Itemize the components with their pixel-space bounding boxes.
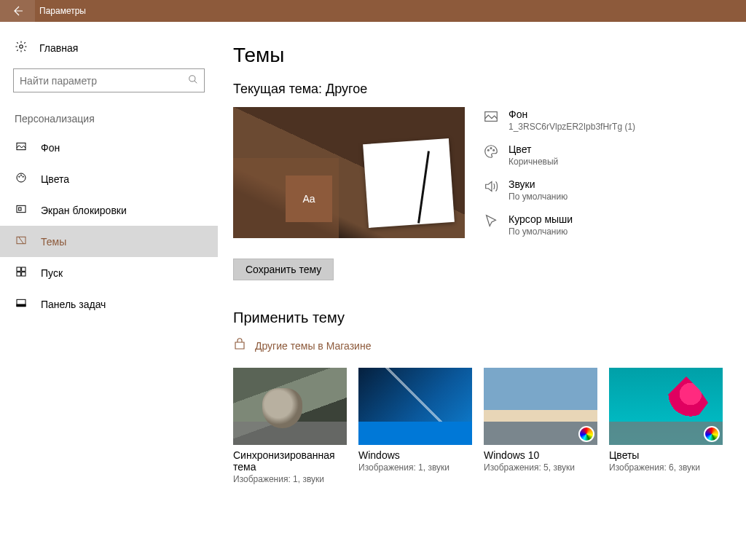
svg-point-5 [20, 175, 21, 176]
prop-title: Фон [509, 109, 635, 120]
theme-title: Цветы [609, 449, 723, 461]
svg-point-6 [23, 176, 23, 177]
prop-value: Коричневый [509, 157, 558, 167]
picture-icon [15, 141, 28, 154]
svg-rect-8 [19, 208, 21, 210]
arrow-left-icon [12, 5, 23, 17]
store-link-label: Другие темы в Магазине [255, 340, 371, 352]
titlebar: Параметры [0, 0, 746, 22]
theme-subtitle: Изображения: 1, звуки [358, 462, 472, 473]
theme-card-flowers[interactable]: Цветы Изображения: 6, звуки [609, 368, 723, 484]
sidebar-item-start[interactable]: Пуск [0, 257, 218, 288]
apply-theme-heading: Применить тему [233, 309, 731, 326]
back-button[interactable] [0, 0, 35, 22]
theme-title: Windows [358, 449, 472, 461]
prop-title: Цвет [509, 143, 558, 155]
themes-grid: Синхронизированная тема Изображения: 1, … [233, 368, 731, 484]
start-icon [15, 266, 28, 280]
sidebar-item-label: Темы [41, 236, 66, 248]
svg-point-0 [20, 45, 23, 49]
main-content: Темы Текущая тема: Другое Aa Фон 1_3RSC6… [219, 22, 746, 560]
svg-rect-10 [17, 267, 20, 271]
cursor-icon [482, 213, 500, 237]
sidebar-item-colors[interactable]: Цвета [0, 163, 218, 194]
svg-rect-13 [22, 272, 25, 276]
svg-rect-15 [17, 304, 25, 307]
theme-prop-color[interactable]: Цвет Коричневый [482, 143, 635, 167]
theme-card-windows10[interactable]: Windows 10 Изображения: 5, звуки [484, 368, 597, 484]
taskbar-icon [15, 297, 28, 311]
theme-thumbnail [358, 368, 472, 445]
theme-subtitle: Изображения: 6, звуки [609, 462, 723, 473]
sidebar-item-label: Пуск [41, 267, 63, 279]
svg-point-18 [490, 148, 492, 149]
prop-title: Звуки [509, 178, 568, 190]
theme-prop-background[interactable]: Фон 1_3RSC6rVlpzER2Ipb3fHrTg (1) [482, 109, 635, 132]
color-chip-icon [704, 426, 720, 442]
search-icon [188, 74, 198, 87]
theme-subtitle: Изображения: 5, звуки [484, 462, 597, 473]
theme-title: Windows 10 [484, 449, 597, 461]
sidebar-item-label: Цвета [41, 173, 69, 185]
sidebar-item-background[interactable]: Фон [0, 132, 218, 163]
search-box[interactable] [13, 68, 205, 92]
palette-icon [15, 172, 28, 186]
svg-rect-12 [17, 272, 20, 276]
themes-icon [15, 234, 28, 248]
picture-icon [482, 109, 500, 132]
svg-rect-11 [22, 267, 25, 271]
page-heading: Темы [233, 44, 731, 67]
preview-paper [363, 138, 455, 228]
prop-value: По умолчанию [509, 192, 568, 202]
search-input[interactable] [20, 75, 188, 87]
lockscreen-icon [15, 203, 28, 217]
prop-value: По умолчанию [509, 226, 573, 237]
svg-point-1 [189, 76, 195, 82]
theme-thumbnail [609, 368, 723, 445]
sidebar-home-label: Главная [39, 42, 78, 54]
theme-subtitle: Изображения: 1, звуки [233, 474, 347, 484]
prop-value: 1_3RSC6rVlpzER2Ipb3fHrTg (1) [509, 122, 635, 132]
svg-point-4 [19, 176, 20, 177]
window-title: Параметры [35, 6, 86, 16]
current-theme-label: Текущая тема: Другое [233, 82, 731, 97]
theme-prop-sounds[interactable]: Звуки По умолчанию [482, 178, 635, 202]
color-chip-icon [578, 426, 594, 442]
svg-point-17 [487, 149, 489, 151]
sidebar-item-label: Панель задач [41, 299, 106, 310]
save-theme-button[interactable]: Сохранить тему [233, 259, 334, 280]
sidebar-item-label: Экран блокировки [41, 205, 127, 216]
theme-prop-cursor[interactable]: Курсор мыши По умолчанию [482, 213, 635, 237]
store-icon [233, 338, 246, 353]
theme-properties: Фон 1_3RSC6rVlpzER2Ipb3fHrTg (1) Цвет Ко… [482, 107, 635, 238]
sidebar: Главная Персонализация Фон Цвета [0, 22, 219, 560]
gear-icon [15, 40, 28, 55]
store-link[interactable]: Другие темы в Магазине [233, 338, 731, 353]
sidebar-home[interactable]: Главная [0, 33, 218, 64]
theme-title: Синхронизированная тема [233, 449, 347, 473]
theme-card-synced[interactable]: Синхронизированная тема Изображения: 1, … [233, 368, 347, 484]
sidebar-item-taskbar[interactable]: Панель задач [0, 288, 218, 320]
theme-thumbnail [484, 368, 597, 445]
sidebar-item-lockscreen[interactable]: Экран блокировки [0, 194, 218, 226]
sidebar-item-label: Фон [41, 142, 60, 154]
palette-icon [482, 143, 500, 167]
theme-preview: Aa [233, 107, 465, 238]
sidebar-section-label: Персонализация [0, 104, 218, 132]
theme-card-windows[interactable]: Windows Изображения: 1, звуки [358, 368, 472, 484]
sidebar-item-themes[interactable]: Темы [0, 226, 218, 257]
theme-thumbnail [233, 368, 347, 445]
prop-title: Курсор мыши [509, 213, 573, 225]
sound-icon [482, 178, 500, 202]
svg-point-19 [493, 149, 495, 151]
preview-tile: Aa [286, 176, 332, 222]
